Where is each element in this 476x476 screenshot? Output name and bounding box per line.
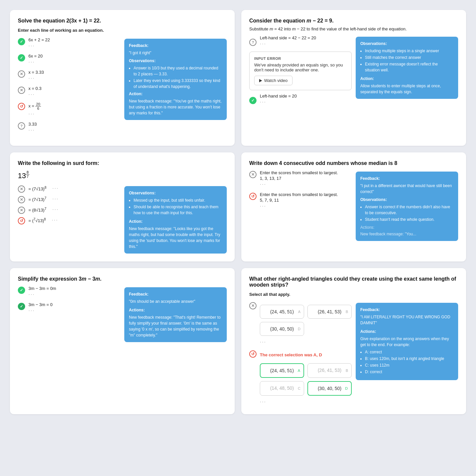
correct-choices-grid: (24, 45, 51) A (26, 41, 53) B (14, 48, 5…: [260, 363, 352, 396]
x-icon-surd2: ✕: [18, 196, 25, 203]
consec-feedback-box: Feedback: "I put in a different awncer t…: [356, 172, 458, 241]
check-icon-simp1: ✓: [18, 287, 25, 294]
simp-fb-title: Feedback:: [129, 291, 222, 297]
surd-number: 1387: [18, 170, 227, 180]
tri-actions-label: Actions:: [360, 329, 376, 334]
correct-choice-D: (30, 40, 50) D: [307, 381, 352, 396]
triangles-feedback-box: Feedback: "I AM LITERALLY RIGHT YOU ARE …: [356, 303, 458, 380]
surd-row-1: ✕ = (7√13)8 ···: [18, 185, 120, 193]
solve-eq-4: x = 0.3: [28, 86, 41, 91]
check-icon-lhs2: ✓: [249, 97, 257, 104]
choice-B-initial: (26, 41, 53) B: [307, 305, 352, 319]
input-error-title: INPUT ERROR: [254, 57, 347, 60]
surd-eq-4: = (7√13)8: [28, 218, 46, 223]
tri-fb-title: Feedback:: [360, 307, 454, 313]
x-icon-4: ✕: [18, 87, 25, 94]
tri-bullet-4: D: correct: [365, 369, 454, 375]
reload-icon-surd4: ↺: [18, 217, 25, 224]
check-icon-simp2: ✓: [18, 303, 25, 310]
action-label: Action:: [129, 92, 142, 96]
choice-A-initial: (24, 45, 51) A: [260, 305, 304, 319]
surd-obs-label: Observations:: [129, 190, 222, 196]
obs-1: Answer is 10/3 but they used a decimal r…: [134, 65, 222, 77]
consecutive-rows: ✕ Enter the scores from smallest to larg…: [249, 170, 352, 214]
solve-eq-3: x = 3.33: [28, 70, 44, 75]
triangles-left: ✕ (24, 45, 51) A (26, 41, 53) B: [249, 301, 352, 406]
simp-fb-quote: "0m should be an acceptable answer": [129, 298, 222, 304]
consec-obs-label: Observations:: [360, 197, 454, 203]
obs-2: Later they even tried using 3.333333 so …: [134, 78, 222, 90]
consec-text-2: Enter the scores from smallest to larges…: [260, 192, 352, 197]
reload-icon-5: ↺: [18, 103, 25, 110]
play-icon: [259, 79, 262, 82]
lhs-text-2: Left-hand side = 20: [260, 94, 297, 99]
simp-actions-label: Actions:: [129, 308, 145, 312]
simplify-eq-1: 3m − 3m = 0m: [28, 286, 56, 291]
consec-obs-1: Answer is correct if the numbers didn't …: [365, 204, 454, 216]
observations-label: Observations:: [129, 58, 222, 64]
correct-choice-C: (14, 48, 50) C: [260, 381, 304, 396]
simplify-row-2: ✓ 3m − 3m = 0 ···: [18, 302, 120, 315]
observations-list: Answer is 10/3 but they used a decimal r…: [129, 65, 222, 90]
solve-eq-6: 3.33: [28, 122, 37, 127]
check-icon-1: ✓: [18, 38, 25, 45]
watch-video-button[interactable]: Watch video: [254, 76, 293, 85]
tri-bullet-3: C: uses 112m: [365, 362, 454, 368]
surd-eq-1: = (7√13)8: [28, 186, 46, 191]
consec-fb-quote: "I put in a different awncer that would …: [360, 183, 454, 195]
consec-obs-2: Student hasn't read the whole question.: [365, 217, 454, 222]
feedback-title: Feedback:: [129, 43, 222, 49]
consider-obs-2: Still matches the correct answer: [365, 55, 454, 60]
consider-action-label: Action:: [360, 76, 374, 81]
x-icon-consec1: ✕: [249, 171, 257, 178]
consider-left: ? Left-hand side = 42 − 22 = 20 ··· INPU…: [249, 35, 352, 108]
triangles-subtitle: Select all that apply.: [249, 292, 458, 297]
triangles-card: What other right-angled triangles could …: [241, 268, 466, 414]
feedback-quote: "I got it right": [129, 50, 222, 56]
simplify-card: Simplify the expression 3m − 3m. ✓ 3m − …: [10, 268, 235, 414]
surd-feedback-box: Observations: Messed up the input, but s…: [124, 186, 227, 254]
consecutive-title: Write down 4 consecutive odd numbers who…: [249, 160, 458, 166]
triangle-choices-initial: (24, 45, 51) A (26, 41, 53) B (30, 40, 5…: [260, 301, 352, 346]
solve-row-2: ✓ 6x = 20 ···: [18, 54, 120, 66]
surd-title: Write the following in surd form:: [18, 160, 227, 166]
surd-obs-list: Messed up the input, but still feels unf…: [129, 197, 222, 216]
consec-answer-2: 5, 7, 9, 11: [260, 198, 352, 203]
surd-eq-3: = (8√13)7: [28, 207, 46, 213]
surd-rows: ✕ = (7√13)8 ··· ✕ = (7√13)7 ··· ✕ = (8√1…: [18, 185, 120, 227]
consider-title: Consider the equation m − 22 = 9.: [249, 18, 458, 24]
surd-obs-1: Messed up the input, but still feels unf…: [134, 197, 222, 203]
surd-action-label: Action:: [129, 219, 142, 224]
consec-fb-title: Feedback:: [360, 176, 454, 181]
solve-rows: ✓ 6x + 2 = 22 ··· ✓ 6x = 20 ··· ✕: [18, 37, 120, 138]
consider-action-text: Allow students to enter multiple steps a…: [360, 83, 454, 95]
tri-fb-quote: "I AM LITERALLY RIGHT YOU ARE WRONG GOD …: [360, 314, 454, 326]
consecutive-card: Write down 4 consecutive odd numbers who…: [241, 152, 466, 261]
input-error-text: We've already provided an equals sign, s…: [254, 62, 347, 72]
reload-icon-tri: ↺: [249, 350, 257, 358]
surd-obs-2: Should be able to recognise this and tea…: [134, 204, 222, 216]
tri-bullets: A: correct B: uses 120m, but isn't a rig…: [360, 349, 454, 375]
solve-eq-1: 6x + 2 = 22: [28, 37, 50, 42]
tri-bullet-2: B: uses 120m, but isn't a right angled t…: [365, 356, 454, 362]
simp-action-text: New feedback message: "That's right! Rem…: [129, 314, 222, 338]
q-icon-lhs1: ?: [249, 39, 257, 46]
solve-subtitle: Enter each line of working as an equatio…: [18, 28, 227, 33]
lhs-text-1: Left-hand side = 42 − 22 = 20: [260, 35, 316, 40]
solve-eq-2: 6x = 20: [28, 54, 43, 59]
solve-row-4: ✕ x = 0.3 ···: [18, 86, 120, 99]
consider-obs-list: Including multiple steps in a single ans…: [360, 48, 454, 73]
simplify-eq-2: 3m − 3m = 0: [28, 302, 53, 307]
simplify-rows: ✓ 3m − 3m = 0m ··· ✓ 3m − 3m = 0 ···: [18, 286, 120, 318]
x-icon-3: ✕: [18, 70, 25, 78]
x-icon-surd1: ✕: [18, 185, 25, 193]
x-icon-surd3: ✕: [18, 207, 25, 214]
correct-selection-row: ↺ The correct selection was A, D: [249, 350, 352, 360]
check-icon-2: ✓: [18, 54, 25, 61]
correct-choice-A: (24, 45, 51) A: [260, 363, 304, 378]
q-icon-6: ?: [18, 122, 25, 130]
solve-row-6: ? 3.33 ···: [18, 122, 120, 135]
solve-row-1: ✓ 6x + 2 = 22 ···: [18, 37, 120, 50]
consec-answer-1: 1, 3, 13, 17: [260, 176, 352, 181]
consec-obs-list: Answer is correct if the numbers didn't …: [360, 204, 454, 222]
